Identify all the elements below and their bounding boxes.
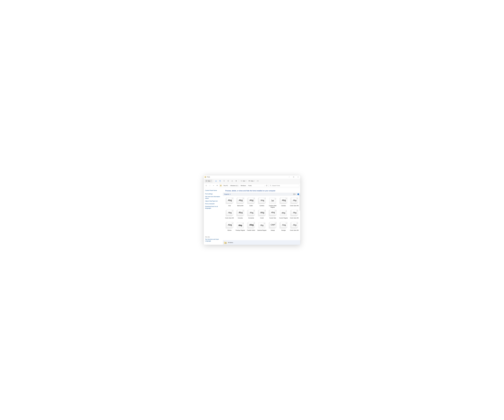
font-item[interactable]: ÏrĕCambria Math Regular [268, 197, 278, 208]
sort-label: Sort [243, 180, 245, 182]
scissors-icon [215, 180, 217, 182]
share-icon [231, 180, 233, 182]
new-button[interactable]: New ▾ [205, 179, 212, 183]
new-label: New [208, 180, 210, 182]
cut-button[interactable] [214, 179, 218, 183]
vertical-scrollbar[interactable] [300, 195, 300, 241]
font-file-icon: Abg [258, 222, 266, 229]
search-icon [270, 185, 271, 186]
close-button[interactable] [296, 175, 300, 179]
font-grid-scroll[interactable]: AbgArialAbgBahnschriftAbgCalibriAbgCambr… [223, 196, 300, 240]
font-file-icon: Abg [247, 210, 255, 217]
font-item[interactable]: AbgBahnschrift [235, 197, 246, 208]
svg-rect-24 [249, 180, 250, 181]
svg-rect-17 [228, 180, 228, 181]
font-sample: CWY [271, 224, 276, 226]
forward-button[interactable] [208, 184, 211, 187]
search-box[interactable] [269, 184, 299, 187]
font-name-label: Courier New [268, 217, 277, 220]
font-item[interactable]: AbgConsolas [235, 209, 246, 221]
sidebar-link[interactable]: Get more font information online [205, 196, 222, 199]
address-bar[interactable]: A › This PC› Windows (C:)› Windows› Font… [219, 184, 268, 187]
refresh-icon[interactable] [266, 185, 267, 186]
font-file-icon: Abg [280, 210, 287, 217]
font-name-label: Franklin Gothic [246, 230, 256, 233]
font-item[interactable]: AbgCorbel [257, 209, 267, 221]
organize-button[interactable]: Organize ▼ [224, 193, 231, 195]
rename-icon [227, 180, 229, 182]
control-panel-home-link[interactable]: Control Panel Home [205, 190, 222, 192]
font-file-icon: Abg [226, 222, 234, 229]
svg-text:A: A [220, 185, 221, 186]
sort-button[interactable]: Sort ▾ [240, 179, 247, 183]
font-item[interactable]: AbgGeorgia [278, 222, 289, 233]
font-name-label: Gabriola Regular [257, 230, 267, 233]
font-item[interactable]: AbgFranklin Gothic [246, 222, 256, 233]
rename-button[interactable] [226, 179, 230, 183]
up-button[interactable] [216, 184, 219, 187]
svg-point-28 [270, 185, 271, 186]
font-file-icon: Abg [226, 197, 234, 205]
breadcrumb-segment[interactable]: Fonts [248, 185, 252, 187]
chevron-down-icon: ▾ [246, 180, 246, 181]
font-sample: Abg [228, 199, 232, 202]
font-sample: Abg [293, 199, 296, 202]
recent-locations-button[interactable] [212, 184, 215, 187]
breadcrumb-segment[interactable]: Windows (C:) [230, 185, 239, 187]
font-file-icon: CWY [269, 222, 276, 229]
font-sample: Abg [239, 224, 242, 227]
font-item[interactable]: AbgFixedsys Regular [235, 222, 246, 233]
see-also-link[interactable]: Text Services and Input Language [205, 239, 222, 242]
font-item[interactable]: AbgCourier New [268, 209, 278, 221]
breadcrumb-segment[interactable]: Windows [240, 185, 246, 187]
sidebar-link[interactable]: Find a character [205, 203, 222, 205]
sidebar-link[interactable]: Download fonts for all languages [205, 206, 222, 209]
font-sample: Abg [228, 211, 232, 214]
maximize-button[interactable] [291, 175, 296, 179]
breadcrumb-segment[interactable]: This PC [223, 185, 229, 187]
font-name-label: Consolas [235, 217, 245, 220]
chevron-down-icon[interactable]: ⌄ [264, 185, 265, 186]
font-item[interactable]: CWYGadugi [268, 222, 278, 233]
font-item[interactable]: AbgCalibri [246, 197, 256, 208]
font-item[interactable]: AbgCandara [278, 197, 289, 208]
font-name-label: Constantia [246, 217, 256, 220]
paste-button[interactable] [222, 179, 226, 183]
side-panel: Control Panel Home Font settings Get mor… [204, 188, 223, 245]
window-title: Fonts [207, 176, 210, 178]
back-button[interactable] [205, 184, 208, 187]
copy-button[interactable] [218, 179, 222, 183]
status-bar: A 94 items [223, 240, 300, 245]
font-item[interactable]: AbgComic Sans MS [224, 209, 235, 221]
item-count: 94 items [228, 242, 233, 243]
sidebar-link[interactable]: Font settings [205, 193, 222, 195]
font-sample: Abg [239, 199, 243, 202]
font-item[interactable]: AbgComic Sans MS [289, 197, 300, 208]
share-button[interactable] [230, 179, 234, 183]
title-bar: A Fonts [204, 175, 300, 179]
layout-icon [293, 193, 295, 195]
fonts-app-icon: A [204, 176, 206, 178]
font-name-label: Cambria Math Regular [268, 205, 277, 208]
view-button[interactable]: View ▾ [248, 179, 256, 183]
font-item[interactable]: AbgConstantia [246, 209, 256, 221]
font-item[interactable]: AbgArial [224, 197, 235, 208]
preview-pane-toggle[interactable]: ▼ [293, 193, 296, 195]
help-button[interactable]: ? [297, 193, 299, 195]
sidebar-link[interactable]: Adjust ClearType text [205, 200, 222, 202]
minimize-button[interactable] [287, 175, 291, 179]
font-sample: Abg [282, 212, 285, 214]
font-item[interactable]: AbgCambria [257, 197, 267, 208]
font-item[interactable]: AbgComic Sans MS [289, 209, 300, 221]
svg-rect-14 [220, 181, 221, 182]
delete-button[interactable] [234, 179, 238, 183]
font-name-label: Calibri [246, 205, 256, 208]
font-item[interactable]: AbgEbrima [224, 222, 235, 233]
svg-rect-16 [224, 180, 224, 181]
view-label: View [251, 180, 253, 182]
more-button[interactable]: ••• [256, 179, 260, 183]
search-input[interactable] [272, 185, 298, 186]
font-item[interactable]: AbgGabriola Regular [257, 222, 267, 233]
font-item[interactable]: AbgComic Sans MS [289, 222, 300, 233]
font-item[interactable]: AbgCourier Regular [278, 209, 289, 221]
